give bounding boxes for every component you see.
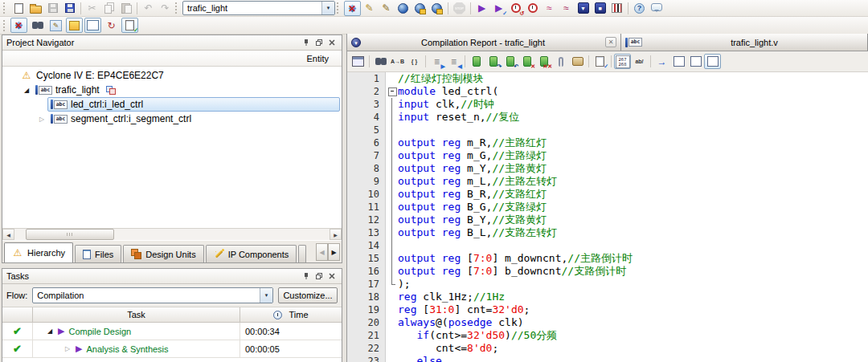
tab-scroll-right-icon[interactable]: ▶	[328, 243, 340, 261]
tree-item-content[interactable]: abctrafic_light	[32, 83, 340, 97]
new-file-icon[interactable]	[10, 1, 27, 16]
code-line[interactable]: 4input reset_n,//复位	[347, 111, 868, 124]
close-icon[interactable]: ✕	[605, 37, 616, 47]
blue-sphere-icon[interactable]	[395, 1, 411, 16]
start-analysis-icon[interactable]: ▶✓	[490, 1, 507, 16]
code-line[interactable]: 16output reg [7:0] b_downcnt//支路倒计时	[347, 265, 868, 278]
tab-hierarchy[interactable]: ⚠Hierarchy	[4, 242, 73, 262]
scrollbar-thumb[interactable]	[26, 229, 114, 240]
binoculars-icon[interactable]	[29, 18, 46, 33]
list-report-icon[interactable]	[84, 18, 101, 33]
pencil-lines-icon[interactable]: ✎	[378, 1, 395, 16]
tab-ip-components[interactable]: IP Components	[206, 245, 297, 262]
tasks-titlebar[interactable]: Tasks	[2, 269, 342, 284]
pencil-square-icon[interactable]: ✎	[47, 18, 64, 33]
collapsed-arrow-icon[interactable]: ▷	[62, 345, 73, 352]
feedback-bubble-icon[interactable]	[648, 1, 665, 16]
doc-view-icon[interactable]	[670, 54, 687, 69]
task-row[interactable]: ✔◢▶Compile Design00:00:34	[2, 323, 342, 340]
code-line[interactable]: 12output reg B_Y,//支路黄灯	[347, 214, 868, 226]
tcl-scroll-icon[interactable]	[569, 54, 586, 69]
code-line[interactable]: 18reg clk_1Hz;//1Hz	[347, 291, 868, 303]
open-file-icon[interactable]	[27, 1, 44, 16]
next-bookmark-icon[interactable]: ↷	[485, 54, 502, 69]
fold-collapse-icon[interactable]	[386, 85, 398, 98]
pencil-icon[interactable]: ✎	[361, 1, 378, 16]
toolbar-grip[interactable]	[3, 2, 7, 14]
find-icon[interactable]	[372, 54, 389, 69]
time-column-header[interactable]: Time	[240, 307, 342, 322]
code-line[interactable]: 8output reg m_Y,//主路黄灯	[347, 162, 868, 175]
bar-chart-icon[interactable]	[608, 1, 625, 16]
code-line[interactable]: 5	[347, 124, 868, 136]
bookmark-icon[interactable]	[468, 54, 485, 69]
code-line[interactable]: 14	[347, 239, 868, 252]
refresh-icon[interactable]: ↻	[103, 18, 120, 33]
undo-icon[interactable]: ↶	[140, 1, 157, 16]
pink-wave-alt-icon[interactable]: ≈	[558, 1, 575, 16]
code-line[interactable]: 6output reg m_R,//主路红灯	[347, 136, 868, 149]
code-line[interactable]: 2module led_ctrl(	[347, 85, 868, 98]
chevron-down-icon[interactable]: ▼	[321, 2, 334, 14]
redo-icon[interactable]: ↷	[157, 1, 174, 16]
float-icon[interactable]	[313, 37, 325, 48]
code-line[interactable]: 22 cnt<=8'd0;	[347, 342, 868, 355]
task-column-header[interactable]: Task	[33, 307, 240, 322]
replace-icon[interactable]: A→B	[389, 54, 406, 69]
navy-down-arrow-icon[interactable]: ▼	[575, 1, 592, 16]
match-brace-icon[interactable]: { }	[406, 54, 423, 69]
tree-item-segment_ctrl[interactable]: ▷abcsegment_ctrl:i_segment_ctrl	[2, 112, 342, 126]
task-row[interactable]: ✔▷▶Analysis & Synthesis00:00:05	[2, 340, 342, 358]
save-icon[interactable]	[44, 1, 61, 16]
editor-tab-trafic-light-v[interactable]: abctrafic_light.v	[621, 34, 868, 51]
horizontal-scrollbar[interactable]: ◀ ▶	[2, 228, 342, 240]
code-line[interactable]: 7output reg m_G,//主路绿灯	[347, 149, 868, 162]
outdent-icon[interactable]: ≡◀	[445, 54, 462, 69]
code-line[interactable]: 11output reg B_G,//支路绿灯	[347, 201, 868, 214]
flow-select[interactable]: Compilation ▼	[32, 287, 273, 303]
float-icon[interactable]	[313, 270, 325, 282]
clock-icon[interactable]	[524, 1, 541, 16]
tree-item-trafic_light[interactable]: ◢abctrafic_light	[2, 83, 342, 97]
pin-icon[interactable]	[300, 37, 312, 48]
expanded-arrow-icon[interactable]: ◢	[21, 87, 32, 94]
tab-partial[interactable]	[298, 245, 306, 262]
close-icon[interactable]	[326, 270, 338, 282]
code-line[interactable]: 20always@(posedge clk)	[347, 316, 868, 329]
chevron-down-icon[interactable]: ▼	[260, 288, 272, 303]
customize-button[interactable]: Customize...	[278, 287, 338, 303]
tab-scroll-left-icon[interactable]: ◀	[316, 243, 328, 261]
code-line[interactable]: 17);	[347, 278, 868, 291]
editor-tab-compilation-report[interactable]: ▼Compilation Report - trafic_light✕	[347, 34, 621, 51]
prev-bookmark-icon[interactable]: ↶	[502, 54, 518, 69]
code-line[interactable]: 9output reg m_L,//主路左转灯	[347, 175, 868, 188]
tree-item-Cyclone IV E[interactable]: ⚠Cyclone IV E: EP4CE6E22C7	[2, 68, 342, 83]
code-line[interactable]: 10output reg B_R,//支路红灯	[347, 188, 868, 201]
indent-icon[interactable]: ≡▶	[428, 54, 445, 69]
task-cell[interactable]: ▷▶Analysis & Synthesis	[33, 340, 240, 357]
scrollbar-track[interactable]	[114, 229, 330, 240]
cut-icon[interactable]: ✂	[84, 1, 100, 16]
stop-icon[interactable]: STOP	[451, 1, 468, 16]
expanded-arrow-icon[interactable]: ◢	[44, 327, 55, 335]
compass-icon[interactable]	[344, 1, 361, 16]
project-navigator-titlebar[interactable]: Project Navigator	[2, 35, 342, 51]
code-line[interactable]: 15output reg [7:0] m_downcnt,//主路倒计时	[347, 252, 868, 265]
code-line[interactable]: 13output reg B_L,//支路左转灯	[347, 226, 868, 239]
code-line[interactable]: 3input clk,//时钟	[347, 98, 868, 111]
editor-settings-icon[interactable]	[350, 54, 366, 69]
line-count-icon[interactable]: 267268	[614, 54, 631, 69]
help-icon[interactable]: ?	[631, 1, 648, 16]
status-column-header[interactable]	[2, 307, 33, 322]
tab-design-units[interactable]: Design Units	[123, 245, 203, 262]
tree-item-content[interactable]: abcled_ctrl:i_led_ctrl	[47, 97, 340, 112]
tree-item-content[interactable]: abcsegment_ctrl:i_segment_ctrl	[47, 112, 340, 126]
toolbar-grip[interactable]	[3, 20, 7, 31]
pink-wave-icon[interactable]: ≈	[541, 1, 558, 16]
toolbar-grip[interactable]	[337, 2, 341, 14]
start-compilation-icon[interactable]: ▶	[473, 1, 490, 16]
entity-column-header[interactable]: Entity	[2, 51, 342, 67]
syntax-ab-icon[interactable]: ab/	[631, 54, 648, 69]
copy-icon[interactable]	[100, 1, 117, 16]
pin-icon[interactable]	[300, 270, 312, 282]
